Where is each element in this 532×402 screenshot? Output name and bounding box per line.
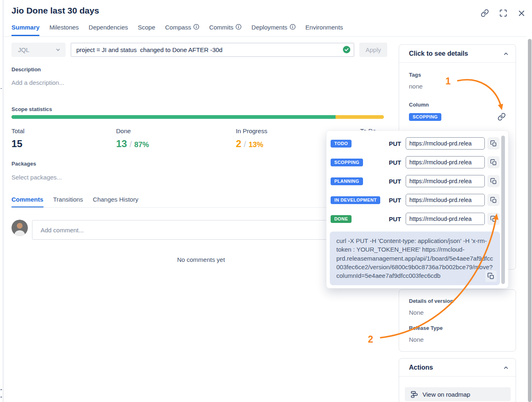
query-mode-label: JQL [18, 46, 30, 53]
tab-label: Scope [138, 24, 155, 31]
page-scrollbar-thumb[interactable] [528, 39, 532, 402]
popup-scrollbar[interactable] [501, 136, 505, 284]
description-label: Description [11, 66, 41, 73]
stat-separator: / [244, 140, 246, 149]
fullscreen-button[interactable] [499, 9, 507, 17]
tab-transitions[interactable]: Transitions [53, 196, 83, 208]
stat-value: 15 [11, 138, 23, 149]
tab-label: Environments [306, 24, 343, 31]
page-title: Jio Done last 30 days [11, 6, 99, 16]
column-webhook-link-button[interactable] [498, 113, 506, 121]
http-method: PUT [389, 140, 404, 147]
tab-changes-history[interactable]: Changes History [93, 196, 138, 208]
actions-panel-title: Actions [409, 364, 433, 371]
column-label: Column [409, 102, 506, 108]
window-controls [481, 9, 525, 17]
close-icon [518, 9, 525, 17]
webhook-url-input[interactable] [406, 194, 485, 206]
close-modal-button[interactable] [518, 9, 525, 17]
details-of-version-value: None [409, 309, 506, 316]
roadmap-button-label: View on roadmap [422, 391, 470, 398]
copy-url-button[interactable] [487, 156, 500, 168]
webhook-url-input[interactable] [406, 137, 485, 150]
chevron-up-icon[interactable] [503, 51, 509, 57]
page-scrollbar[interactable] [528, 39, 532, 402]
tags-label: Tags [409, 72, 506, 78]
status-badge-done: DONE [331, 215, 352, 223]
underlying-page-edge [0, 0, 3, 402]
tab-comments[interactable]: Comments [11, 196, 43, 208]
info-icon[interactable] [235, 24, 242, 30]
copy-icon [490, 197, 497, 204]
stat-value: 13 [116, 138, 127, 149]
stat-separator: / [130, 140, 132, 149]
edge-mark [0, 88, 2, 89]
jql-input-wrap [71, 43, 354, 57]
version-details-modal: Jio Done last 30 days Summary Milestones… [0, 0, 532, 402]
jql-query-input[interactable] [71, 43, 354, 57]
status-badge-scopping: SCOPPING [331, 159, 363, 166]
modal-tabs: Summary Milestones Dependencies Scope Co… [11, 24, 343, 36]
tab-summary[interactable]: Summary [11, 24, 39, 36]
edge-mark [0, 389, 2, 390]
scope-progress-bar [11, 115, 384, 119]
status-badge-in-development: IN DEVELOPMENT [331, 196, 380, 204]
stat-label: In Progress [236, 127, 267, 134]
actions-panel: Actions View on roadmap [399, 358, 516, 402]
query-mode-select[interactable]: JQL [11, 43, 66, 57]
packages-label: Packages [11, 161, 36, 167]
info-icon[interactable] [290, 24, 296, 30]
tab-milestones[interactable]: Milestones [49, 24, 79, 36]
webhook-row-todo: TODO PUT [331, 137, 508, 150]
webhook-url-input[interactable] [406, 213, 485, 225]
stat-in-progress: In Progress 2/13% [236, 127, 267, 150]
copy-curl-button[interactable] [485, 270, 497, 282]
copy-link-button[interactable] [481, 9, 489, 17]
actions-panel-header[interactable]: Actions [399, 359, 516, 377]
tab-deployments[interactable]: Deployments [251, 24, 296, 36]
copy-icon [490, 140, 497, 147]
comments-tabs: Comments Transitions Changes History [11, 196, 138, 208]
tab-label: Compass [165, 24, 191, 31]
tab-dependencies[interactable]: Dependencies [89, 24, 128, 36]
webhook-row-scopping: SCOPPING PUT [331, 156, 508, 168]
status-badge-planning: PLANNING [331, 177, 363, 185]
tab-compass[interactable]: Compass [165, 24, 199, 36]
tab-environments[interactable]: Environments [306, 24, 343, 36]
tab-label: Deployments [251, 24, 288, 31]
copy-url-button[interactable] [487, 194, 500, 206]
tabs-divider [3, 36, 527, 37]
description-placeholder[interactable]: Add a description... [11, 79, 64, 86]
http-method: PUT [389, 216, 404, 223]
info-icon[interactable] [193, 24, 199, 30]
link-icon [481, 9, 489, 17]
curl-command-box: curl -X PUT -H 'Content-type: applicatio… [330, 232, 500, 285]
view-on-roadmap-button[interactable]: View on roadmap [405, 387, 511, 401]
webhook-row-done: DONE PUT [331, 213, 508, 225]
column-status-badge[interactable]: SCOPPING [409, 113, 441, 121]
copy-url-button[interactable] [487, 213, 500, 225]
http-method: PUT [389, 178, 404, 185]
packages-placeholder[interactable]: Select packages... [11, 174, 62, 181]
webhook-url-input[interactable] [406, 156, 485, 168]
tab-scope[interactable]: Scope [138, 24, 155, 36]
copy-icon [487, 273, 495, 280]
apply-button[interactable]: Apply [359, 43, 387, 57]
fullscreen-icon [499, 9, 507, 17]
tab-label: Comments [11, 196, 43, 203]
webhook-url-input[interactable] [406, 175, 485, 187]
copy-icon [490, 159, 497, 166]
stat-total: Total 15 [11, 127, 25, 150]
details-of-version-label: Details of version [409, 298, 506, 304]
stat-percent: 13% [249, 141, 263, 149]
details-panel-header[interactable]: Click to see details [399, 45, 516, 63]
webhook-popup: TODO PUT SCOPPING PUT PLANNING PUT IN DE… [326, 130, 509, 288]
details-panel-title: Click to see details [409, 50, 468, 57]
copy-url-button[interactable] [487, 137, 500, 150]
chevron-up-icon[interactable] [503, 365, 509, 371]
copy-url-button[interactable] [487, 175, 500, 187]
edge-mark [0, 397, 2, 397]
tags-value: none [409, 83, 506, 90]
tab-label: Dependencies [89, 24, 128, 31]
tab-commits[interactable]: Commits [209, 24, 242, 36]
